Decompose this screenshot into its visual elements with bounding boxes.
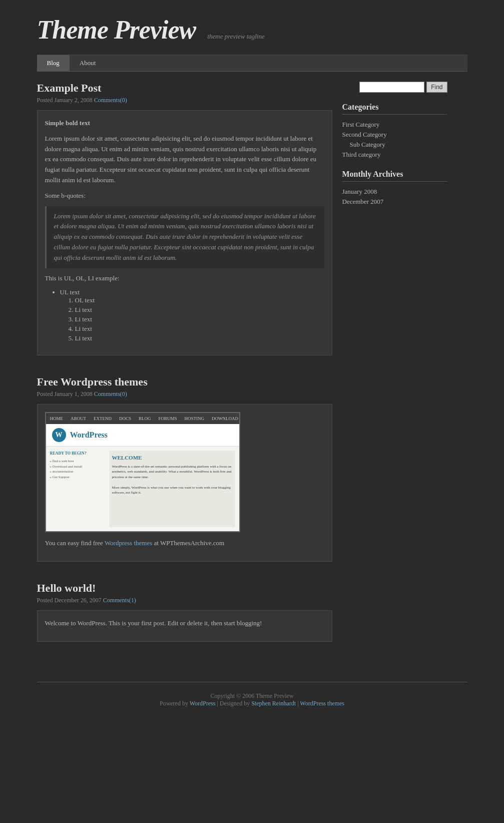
post-comments-link-example[interactable]: Comments(0): [94, 97, 127, 104]
footer-themes-link[interactable]: WordPress themes: [300, 700, 344, 707]
site-tagline: theme preview tagline: [207, 33, 264, 40]
post-hello-body: Welcome to WordPress. This is your first…: [45, 618, 324, 629]
wordpress-themes-link[interactable]: Wordpress themes: [105, 539, 152, 547]
post-body-1: Lorem ipsum dolor sit amet, consectetur …: [45, 134, 324, 186]
wordpress-image: HOMEABOUTEXTENDDOCS BLOGFORUMSHOSTINGDOW…: [45, 412, 240, 532]
post-comments-link-wp[interactable]: Comments(0): [94, 390, 127, 397]
footer-copyright: Copyright © 2006 Theme Preview: [37, 692, 467, 700]
post-wordpress-themes: Free Wordpress themes Posted January 1, …: [37, 375, 332, 562]
archive-jan-2008[interactable]: January 2008: [342, 187, 447, 197]
wp-right-col: WELCOME WordPress is a state-of-the-art …: [109, 451, 235, 527]
nav-item-about[interactable]: About: [70, 55, 106, 71]
post-bquote-label: Some b-quotes:: [45, 191, 324, 201]
post-title-example: Example Post: [37, 82, 332, 95]
post-bold-text: Simple bold text: [45, 118, 324, 129]
category-second[interactable]: Second Category: [342, 130, 447, 140]
footer-designer-link[interactable]: Stephen Reinhardt: [251, 700, 296, 707]
li-item-1: Li text: [75, 306, 324, 314]
wp-logo-text: WordPress: [70, 431, 108, 440]
li-item-3: Li text: [75, 325, 324, 333]
nav-item-blog[interactable]: Blog: [37, 55, 70, 71]
post-wp-body: You can easy find free Wordpress themes …: [45, 538, 324, 549]
post-blockquote: Lorem ipsum dolor sit amet, consectetur …: [45, 206, 324, 268]
categories-title: Categories: [342, 103, 447, 115]
site-title: Theme Preview: [37, 16, 196, 44]
post-title-hello: Hello world!: [37, 582, 332, 595]
archives-title: Monthly Archives: [342, 170, 447, 182]
footer: Copyright © 2006 Theme Preview Powered b…: [37, 682, 467, 717]
archive-dec-2007[interactable]: December 2007: [342, 197, 447, 207]
main-content: Example Post Posted January 2, 2008 Comm…: [37, 82, 332, 662]
main-nav: Blog About: [37, 55, 467, 72]
post-hello-world: Hello world! Posted December 26, 2007 Co…: [37, 582, 332, 642]
wp-left-col: READY TO BEGIN? » find a web host » Down…: [50, 451, 105, 527]
category-first[interactable]: First Category: [342, 120, 447, 130]
wp-logo-area: W WordPress: [46, 424, 239, 447]
ul-item: UL text: [60, 288, 324, 296]
wp-logo-circle: W: [52, 428, 66, 442]
sidebar-archives: Monthly Archives January 2008 December 2…: [342, 170, 447, 207]
post-list-example: UL text OL text Li text Li text Li text …: [45, 288, 324, 342]
categories-list: First Category Second Category Sub Categ…: [342, 120, 447, 160]
post-example: Example Post Posted January 2, 2008 Comm…: [37, 82, 332, 355]
post-title-wp: Free Wordpress themes: [37, 375, 332, 388]
post-comments-link-hello[interactable]: Comments(1): [103, 597, 136, 604]
post-meta-wp: Posted January 1, 2008 Comments(0): [37, 390, 332, 398]
search-input[interactable]: [359, 82, 424, 93]
archives-list: January 2008 December 2007: [342, 187, 447, 207]
li-item-2: Li text: [75, 315, 324, 323]
search-button[interactable]: Find: [426, 82, 447, 93]
ol-item: OL text: [75, 296, 324, 304]
sidebar-categories: Categories First Category Second Categor…: [342, 103, 447, 160]
post-list-label: This is UL, OL, LI example:: [45, 273, 324, 284]
category-third[interactable]: Third category: [342, 150, 447, 160]
li-item-4: Li text: [75, 334, 324, 342]
sidebar: Find Categories First Category Second Ca…: [342, 82, 447, 662]
footer-credits: Powered by WordPress | Designed by Steph…: [37, 700, 467, 707]
post-meta-example: Posted January 2, 2008 Comments(0): [37, 97, 332, 104]
post-meta-hello: Posted December 26, 2007 Comments(1): [37, 597, 332, 604]
footer-wordpress-link[interactable]: WordPress: [190, 700, 216, 707]
wp-nav-bar: HOMEABOUTEXTENDDOCS BLOGFORUMSHOSTINGDOW…: [46, 413, 239, 424]
wp-body: READY TO BEGIN? » find a web host » Down…: [46, 447, 239, 531]
category-sub[interactable]: Sub Category: [342, 140, 447, 150]
sidebar-search: Find: [342, 82, 447, 93]
